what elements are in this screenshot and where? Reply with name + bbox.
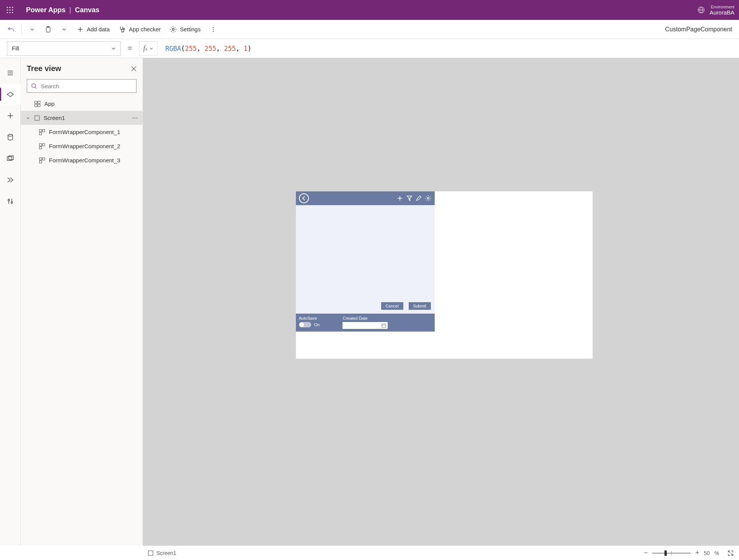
stethoscope-icon xyxy=(119,26,126,33)
formula-bar: Fill = fx RGBA(255, 255, 255, 1) xyxy=(0,39,739,58)
zoom-percent: % xyxy=(715,550,719,556)
tree-node-label: Screen1 xyxy=(44,115,65,121)
tree-title: Tree view xyxy=(27,64,61,73)
autosave-toggle[interactable] xyxy=(299,322,311,327)
filter-icon[interactable] xyxy=(406,195,413,201)
svg-point-35 xyxy=(32,84,36,87)
svg-rect-37 xyxy=(35,101,37,104)
svg-point-31 xyxy=(8,199,10,201)
svg-point-19 xyxy=(213,29,214,30)
settings-label: Settings xyxy=(180,26,200,32)
preview-footer: AutoSave On Created Date xyxy=(296,314,435,332)
property-name: Fill xyxy=(12,45,19,52)
back-icon[interactable] xyxy=(299,193,309,203)
svg-line-36 xyxy=(35,87,37,89)
svg-rect-50 xyxy=(39,147,42,149)
chevron-down-icon[interactable] xyxy=(25,116,31,120)
command-bar: Add data App checker Settings CustomPage… xyxy=(0,20,739,39)
date-input[interactable] xyxy=(343,322,388,329)
status-bar: Screen1 − + 50 % xyxy=(143,545,739,560)
zoom-in-button[interactable]: + xyxy=(695,549,699,557)
plus-icon[interactable] xyxy=(396,195,403,202)
svg-point-0 xyxy=(7,7,8,8)
tree-node-component[interactable]: FormWrapperComponent_1 xyxy=(21,125,143,139)
rail-tree-view[interactable] xyxy=(0,84,21,105)
document-name: CustomPageComponent xyxy=(665,26,735,33)
app-header: Power Apps | Canvas Environment AuroraBA xyxy=(0,0,739,20)
tree-node-label: FormWrapperComponent_2 xyxy=(49,143,120,149)
canvas-area[interactable]: Cancel Submit AutoSave On xyxy=(143,58,739,545)
title-divider: | xyxy=(69,6,71,14)
svg-point-18 xyxy=(213,27,214,28)
gear-icon[interactable] xyxy=(425,195,432,202)
zoom-out-button[interactable]: − xyxy=(644,549,648,557)
rail-data[interactable] xyxy=(0,127,21,147)
undo-button[interactable] xyxy=(4,24,18,35)
globe-icon xyxy=(697,6,705,14)
more-horizontal-icon[interactable] xyxy=(132,115,138,121)
rail-advanced[interactable] xyxy=(0,170,21,190)
undo-dropdown[interactable] xyxy=(25,24,39,35)
tree-node-component[interactable]: FormWrapperComponent_3 xyxy=(21,153,143,167)
paste-dropdown[interactable] xyxy=(57,24,71,35)
gear-icon xyxy=(170,26,177,33)
zoom-slider[interactable] xyxy=(652,553,690,554)
app-name: Power Apps xyxy=(26,6,65,14)
tree-search[interactable] xyxy=(27,79,136,93)
tree-node-component[interactable]: FormWrapperComponent_2 xyxy=(21,139,143,153)
chevron-down-icon xyxy=(61,26,68,33)
autosave-label: AutoSave xyxy=(299,316,320,320)
settings-button[interactable]: Settings xyxy=(166,24,204,35)
environment-selector[interactable]: Environment AuroraBA xyxy=(697,5,734,16)
app-checker-label: App checker xyxy=(129,26,161,32)
undo-icon xyxy=(8,26,15,33)
svg-point-3 xyxy=(7,9,8,10)
tree-node-screen1[interactable]: Screen1 xyxy=(21,111,143,125)
svg-rect-52 xyxy=(42,158,45,160)
rail-tools[interactable] xyxy=(0,191,21,212)
waffle-icon[interactable] xyxy=(5,5,15,15)
chevron-down-icon xyxy=(29,26,36,33)
component-icon xyxy=(39,157,45,163)
formula-input[interactable]: RGBA(255, 255, 255, 1) xyxy=(161,45,739,52)
rail-media[interactable] xyxy=(0,148,21,169)
rail-hamburger[interactable] xyxy=(0,63,21,83)
created-date-label: Created Date xyxy=(343,316,388,320)
cancel-button[interactable]: Cancel xyxy=(381,302,403,310)
app-icon xyxy=(34,101,41,107)
app-checker-button[interactable]: App checker xyxy=(115,24,164,35)
property-selector[interactable]: Fill xyxy=(7,41,121,56)
submit-button[interactable]: Submit xyxy=(409,302,431,310)
svg-rect-12 xyxy=(46,27,50,32)
chevron-down-icon xyxy=(149,47,153,50)
more-button[interactable] xyxy=(206,24,221,35)
tree-node-app[interactable]: App xyxy=(21,97,143,111)
svg-rect-48 xyxy=(39,144,42,146)
zoom-value: 50 xyxy=(704,550,710,556)
fx-button[interactable]: fx xyxy=(139,41,158,56)
rail-insert[interactable] xyxy=(0,105,21,126)
app-screen-preview[interactable]: Cancel Submit AutoSave On xyxy=(296,191,593,359)
svg-point-2 xyxy=(12,7,13,8)
add-data-button[interactable]: Add data xyxy=(73,24,114,35)
paste-button[interactable] xyxy=(41,24,55,35)
svg-rect-45 xyxy=(39,129,42,132)
tree-node-label: App xyxy=(44,100,55,107)
fullscreen-icon[interactable] xyxy=(728,550,734,556)
svg-rect-49 xyxy=(42,144,45,146)
svg-point-4 xyxy=(9,9,10,10)
svg-rect-47 xyxy=(39,133,42,135)
edit-icon[interactable] xyxy=(416,195,422,201)
svg-point-7 xyxy=(9,12,10,13)
env-label: Environment xyxy=(710,5,734,9)
status-screen-name: Screen1 xyxy=(156,550,176,556)
svg-point-43 xyxy=(135,117,135,118)
env-name: AuroraBA xyxy=(710,9,734,16)
left-rail xyxy=(0,58,21,545)
tree-node-label: FormWrapperComponent_3 xyxy=(49,157,120,163)
svg-point-20 xyxy=(213,31,214,32)
close-panel-button[interactable] xyxy=(131,66,136,71)
search-input[interactable] xyxy=(41,83,132,89)
svg-point-1 xyxy=(9,7,10,8)
svg-point-16 xyxy=(123,28,125,30)
